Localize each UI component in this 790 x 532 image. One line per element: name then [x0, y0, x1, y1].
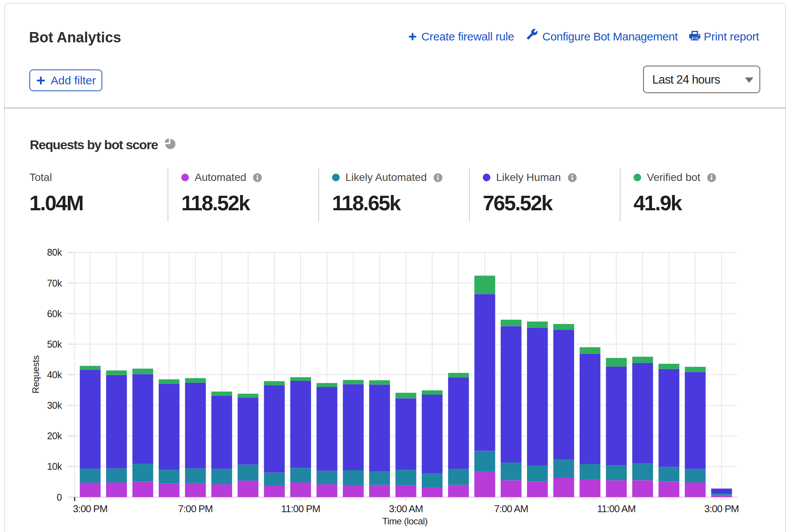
svg-text:3:00 PM: 3:00 PM — [704, 503, 739, 514]
svg-text:40k: 40k — [47, 369, 62, 380]
svg-text:3:00 PM: 3:00 PM — [73, 503, 108, 514]
svg-text:Time (local): Time (local) — [382, 516, 427, 526]
svg-text:Requests: Requests — [31, 355, 41, 393]
svg-text:11:00 PM: 11:00 PM — [281, 503, 320, 514]
svg-text:10k: 10k — [47, 461, 62, 472]
svg-text:20k: 20k — [47, 430, 62, 441]
svg-text:3:00 AM: 3:00 AM — [389, 503, 423, 514]
svg-text:7:00 AM: 7:00 AM — [494, 503, 528, 514]
svg-text:11:00 AM: 11:00 AM — [597, 503, 636, 514]
svg-text:70k: 70k — [47, 278, 62, 289]
svg-text:30k: 30k — [47, 400, 62, 411]
svg-text:80k: 80k — [47, 247, 62, 258]
svg-text:60k: 60k — [47, 308, 62, 319]
svg-text:50k: 50k — [47, 339, 62, 350]
svg-text:0: 0 — [57, 492, 62, 503]
svg-text:7:00 PM: 7:00 PM — [178, 503, 213, 514]
